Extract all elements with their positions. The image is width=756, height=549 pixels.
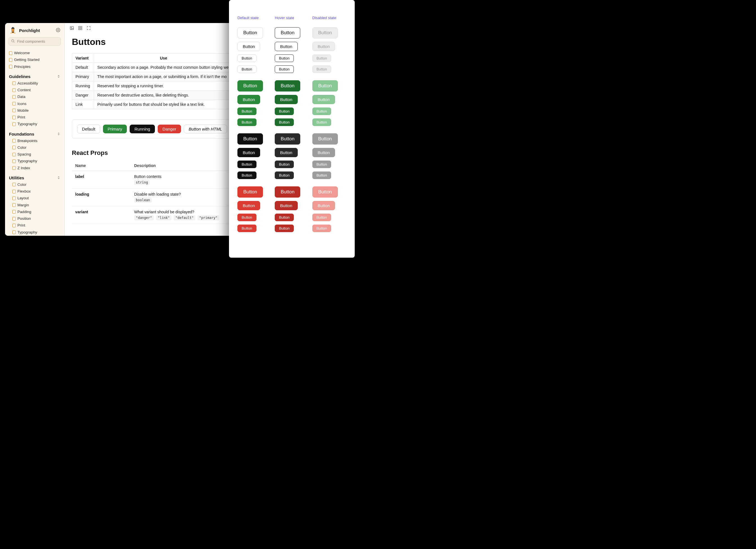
state-button-primary[interactable]: Button [275,118,294,126]
state-cell: Button [311,53,348,64]
state-cell: Button [311,106,348,117]
state-button-danger[interactable]: Button [237,214,256,221]
sidebar-item[interactable]: Accessibility [5,80,64,87]
state-button-running[interactable]: Button [275,171,294,179]
sidebar-item[interactable]: Principles [5,63,64,70]
prop-desc-cell: Button contents string [131,171,233,189]
sidebar-item[interactable]: Margin [5,202,64,209]
example-button-danger[interactable]: Danger [158,125,181,133]
toolbar [65,23,241,34]
sidebar-item[interactable]: Print [5,222,64,229]
sidebar-item[interactable]: Color [5,181,64,188]
chevron-sort-icon [57,132,60,136]
table-row: RunningReserved for stopping a running t… [72,81,233,91]
table-cell: The most important action on a page, or … [94,72,233,81]
example-button-default[interactable]: Default [77,125,100,133]
state-button-default[interactable]: Button [275,54,294,62]
state-button-primary[interactable]: Button [275,107,294,115]
table-header: Variant [72,54,94,63]
sidebar-item[interactable]: Mobile [5,107,64,114]
table-cell: Secondary actions on a page. Probably th… [94,63,233,72]
state-button-default[interactable]: Button [237,54,256,62]
sidebar-item-label: Margin [17,202,29,208]
gear-icon[interactable] [56,28,60,33]
state-header: Disabled state [311,8,348,26]
sidebar-item[interactable]: Data [5,93,64,100]
state-button-primary[interactable]: Button [237,95,260,104]
state-button-running[interactable]: Button [275,148,297,157]
state-cell: Button [311,79,348,93]
example-button-running[interactable]: Running [130,125,155,133]
sidebar-item[interactable]: Color [5,144,64,151]
state-button-running[interactable]: Button [237,161,256,168]
image-icon[interactable] [70,26,74,31]
sidebar-item[interactable]: Icons [5,100,64,107]
state-button-primary[interactable]: Button [275,80,300,91]
sidebar-item[interactable]: Spacing [5,151,64,158]
example-button-html[interactable]: Button with HTML [184,125,227,133]
state-button-default[interactable]: Button [237,27,263,38]
state-button-running: Button [312,148,335,157]
prop-type: "primary" [198,215,219,220]
sidebar-item[interactable]: Typography [5,158,64,164]
sidebar-item[interactable]: Z Index [5,165,64,171]
doc-icon [12,224,16,227]
sidebar-item[interactable]: Getting Started [5,56,64,63]
sidebar-item[interactable]: Typography [5,121,64,127]
state-button-default[interactable]: Button [275,65,294,73]
state-button-default[interactable]: Button [275,27,300,38]
state-button-primary[interactable]: Button [237,107,256,115]
prop-type: boolean [134,198,152,203]
state-button-danger[interactable]: Button [275,201,297,210]
state-button-danger[interactable]: Button [237,186,263,198]
table-row: DangerReserved for destructive actions, … [72,91,233,100]
sidebar-item[interactable]: Position [5,215,64,222]
sidebar-item[interactable]: Flexbox [5,188,64,195]
state-button-running[interactable]: Button [275,133,300,145]
state-button-default[interactable]: Button [275,42,297,51]
state-cell: Button [311,223,348,234]
doc-icon [12,102,16,106]
state-button-running[interactable]: Button [237,133,263,145]
fullscreen-icon[interactable] [86,26,91,31]
grid-icon[interactable] [78,26,83,31]
state-button-running[interactable]: Button [275,161,294,168]
state-button-primary[interactable]: Button [237,80,263,91]
sidebar-item[interactable]: Layout [5,195,64,202]
search-box[interactable]: / [8,37,61,46]
state-cell: Button [236,53,273,64]
doc-icon [12,159,16,163]
sidebar-item[interactable]: Breakpoints [5,138,64,144]
nav-heading[interactable]: Guidelines [5,72,64,80]
state-button-default[interactable]: Button [237,42,260,51]
doc-icon [12,88,16,92]
table-cell: Running [72,81,94,91]
state-button-primary[interactable]: Button [237,118,256,126]
nav-heading[interactable]: Foundations [5,130,64,138]
state-button-primary[interactable]: Button [275,95,297,104]
state-button-danger[interactable]: Button [275,186,300,198]
state-cell: Button [273,146,310,159]
sidebar-item[interactable]: Print [5,114,64,121]
doc-icon [12,203,16,207]
sidebar: Porchlight / Welcome [5,23,65,236]
svg-point-3 [12,40,14,42]
sidebar-item[interactable]: Typography [5,229,64,236]
state-button-danger[interactable]: Button [237,201,260,210]
state-button-running[interactable]: Button [237,171,256,179]
prop-desc: What variant should be displayed? [134,210,230,214]
search-input[interactable] [17,39,64,44]
state-button-danger[interactable]: Button [275,214,294,221]
doc-icon [12,146,16,149]
sidebar-item[interactable]: Content [5,87,64,93]
example-button-primary[interactable]: Primary [103,125,127,133]
state-cell: Button [273,159,310,170]
state-button-default[interactable]: Button [237,65,256,73]
state-button-danger[interactable]: Button [275,225,294,232]
state-button-danger[interactable]: Button [237,225,256,232]
sidebar-item[interactable]: Welcome [5,50,64,56]
sidebar-item[interactable]: Padding [5,209,64,215]
state-button-running[interactable]: Button [237,148,260,157]
prop-type: "link" [156,215,171,220]
nav-heading[interactable]: Utilities [5,174,64,181]
